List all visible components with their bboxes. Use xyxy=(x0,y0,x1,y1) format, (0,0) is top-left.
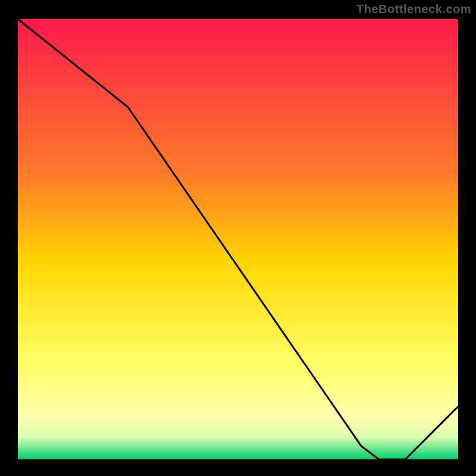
plot-background xyxy=(18,19,458,459)
attribution-label: TheBottleneck.com xyxy=(356,2,471,16)
chart-stage: TheBottleneck.com xyxy=(0,0,476,476)
chart-svg xyxy=(0,0,476,476)
